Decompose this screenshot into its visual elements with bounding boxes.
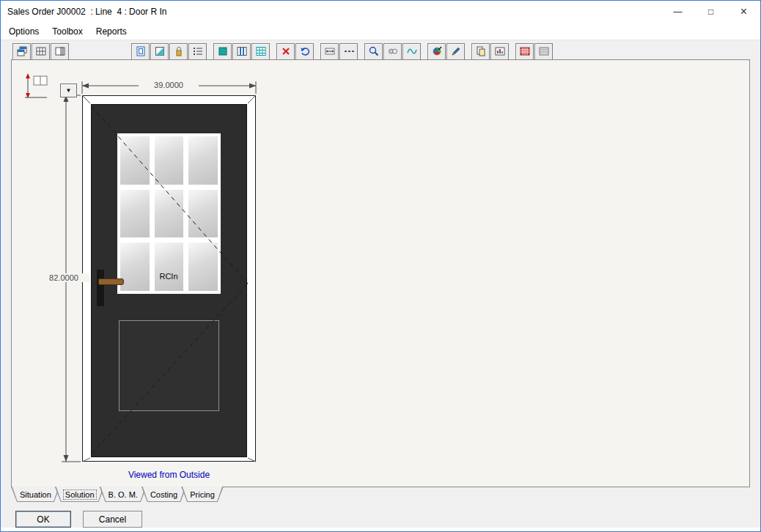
glass-pane	[120, 190, 150, 238]
color-fill-icon	[217, 45, 229, 57]
delete-icon	[280, 45, 292, 57]
frame-profile-icon	[135, 45, 147, 57]
mullion-layout-icon	[236, 45, 248, 57]
glass-pane	[120, 136, 150, 185]
door-bottom-panel	[119, 320, 219, 411]
wave-button[interactable]	[402, 43, 421, 60]
tab-pricing[interactable]: Pricing	[181, 487, 224, 502]
height-dimension: 82.0000	[38, 273, 89, 282]
menu-toolbox[interactable]: Toolbox	[45, 25, 89, 38]
chevron-down-icon: ▼	[66, 87, 72, 94]
tab-label: Pricing	[190, 490, 215, 499]
dash-style-icon	[343, 45, 355, 57]
window-title: Sales Order J00002 : Line 4 : Door R In	[1, 7, 166, 17]
tab-costing[interactable]: Costing	[141, 487, 186, 502]
glass-diagonal-icon	[154, 45, 166, 57]
door-frame[interactable]: RCIn	[82, 95, 256, 462]
color-fill-button[interactable]	[213, 43, 232, 60]
menu-reports[interactable]: Reports	[89, 25, 133, 38]
toolbar-group-annotate	[427, 43, 466, 60]
frame-profile-button[interactable]	[131, 43, 150, 60]
toolbar-group-dimension	[320, 43, 359, 60]
toolbar-group-misc	[515, 43, 554, 60]
view-caption: Viewed from Outside	[82, 470, 256, 480]
grid-window-button[interactable]	[32, 43, 50, 60]
copy-icon	[475, 45, 487, 57]
dimension-dropdown-button[interactable]: ▼	[60, 84, 77, 97]
dimension-grid-button[interactable]	[320, 43, 339, 60]
tab-solution[interactable]: Solution	[55, 487, 105, 502]
color-wheel-icon	[431, 45, 443, 57]
delete-button[interactable]	[276, 43, 295, 60]
image-chart-icon	[494, 45, 506, 57]
maximize-button[interactable]: □	[694, 1, 727, 23]
hardware-lock-icon	[173, 45, 185, 57]
color-wheel-button[interactable]	[427, 43, 446, 60]
split-window-button[interactable]	[51, 43, 69, 60]
red-pattern-button[interactable]	[515, 43, 534, 60]
cascade-windows-button[interactable]	[12, 43, 31, 60]
tab-situation[interactable]: Situation	[11, 487, 60, 502]
zoom-icon	[368, 45, 380, 57]
image-chart-button[interactable]	[490, 43, 509, 60]
tab-bar: Situation Solution B. O. M. Costing Pric…	[11, 487, 218, 502]
width-dimension: 39.0000	[139, 81, 199, 89]
toolbar-group-edit	[276, 43, 315, 60]
close-button[interactable]: ×	[727, 1, 760, 23]
glass-pane	[155, 243, 184, 291]
door-handle-plate	[97, 270, 104, 306]
split-window-icon	[54, 45, 66, 57]
glass-pane	[120, 243, 150, 291]
glass-pane	[155, 136, 184, 185]
glass-spec-label: RCIn	[154, 272, 183, 281]
glass-pane	[188, 243, 218, 291]
toolbar-group-output	[471, 43, 510, 60]
toolbar-group-design	[131, 43, 207, 60]
tab-label: B. O. M.	[109, 490, 138, 499]
drawing-canvas[interactable]: ▼ RCIn	[11, 59, 750, 487]
zoom-button[interactable]	[364, 43, 383, 60]
door-glass-grid	[117, 133, 221, 294]
glass-pane	[188, 136, 218, 185]
dimension-grid-icon	[324, 45, 336, 57]
glass-diagonal-button[interactable]	[150, 43, 169, 60]
minimize-button[interactable]: —	[661, 1, 694, 23]
undo-button[interactable]	[295, 43, 314, 60]
window-controls: — □ ×	[661, 1, 760, 23]
undo-icon	[299, 45, 311, 57]
gray-panel-button[interactable]	[534, 43, 553, 60]
toolbar-group-view	[364, 43, 422, 60]
menu-options[interactable]: Options	[2, 25, 45, 38]
red-pattern-icon	[519, 45, 531, 57]
glass-pane	[188, 190, 218, 238]
copy-button[interactable]	[471, 43, 490, 60]
grid-pattern-icon	[255, 45, 267, 57]
cancel-button[interactable]: Cancel	[83, 511, 142, 528]
glass-pane	[155, 190, 184, 238]
app-window: Sales Order J00002 : Line 4 : Door R In …	[0, 0, 761, 532]
dash-style-button[interactable]	[339, 43, 358, 60]
toolbar-group-fill	[213, 43, 271, 60]
menu-bar: Options Toolbox Reports	[1, 23, 760, 40]
grid-pattern-button[interactable]	[251, 43, 270, 60]
tab-label: Situation	[20, 490, 51, 499]
title-bar: Sales Order J00002 : Line 4 : Door R In …	[1, 1, 760, 23]
gears-icon	[387, 45, 399, 57]
toolbar-group-windows	[12, 43, 70, 60]
bottom-strip	[1, 528, 760, 531]
options-list-icon	[192, 45, 204, 57]
options-list-button[interactable]	[188, 43, 207, 60]
mullion-layout-button[interactable]	[232, 43, 251, 60]
gray-panel-icon	[538, 45, 550, 57]
dimension-style-icon	[22, 72, 60, 101]
dimension-style-widget: ▼	[22, 72, 81, 101]
gears-button[interactable]	[383, 43, 402, 60]
ok-button[interactable]: OK	[15, 511, 71, 528]
pencil-tag-icon	[450, 45, 462, 57]
tab-bom[interactable]: B. O. M.	[100, 487, 147, 502]
cascade-windows-icon	[16, 45, 28, 57]
wave-icon	[406, 45, 418, 57]
grid-window-icon	[35, 45, 47, 57]
pencil-tag-button[interactable]	[446, 43, 465, 60]
hardware-lock-button[interactable]	[169, 43, 188, 60]
